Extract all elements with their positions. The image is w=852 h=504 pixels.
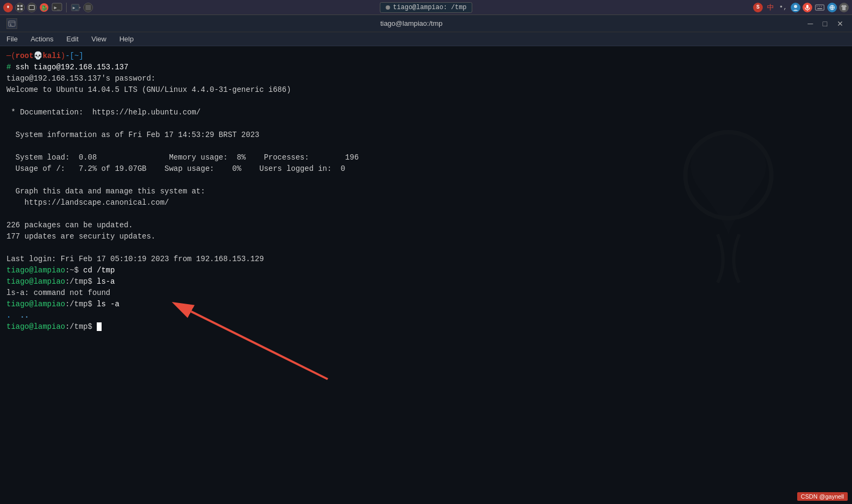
terminal-line-5: * Documentation: https://help.ubuntu.com… [6, 107, 846, 118]
clothes-icon[interactable] [839, 3, 849, 12]
terminal-line-10: https://landscape.canonical.com/ [6, 197, 846, 208]
taskbar-right: S 中 •, [753, 2, 849, 13]
kali-dragon-icon[interactable] [3, 3, 13, 12]
terminal-line-11: 226 packages can be updated. [6, 220, 846, 231]
user-icon[interactable] [791, 3, 800, 12]
taskbar-icon-record[interactable] [83, 3, 93, 12]
svg-rect-2 [17, 8, 19, 10]
csdn-branding: CSDN @gaynell [797, 492, 848, 501]
terminal-line-16: ls-a: command not found [6, 287, 846, 299]
terminal-line-3: tiago@192.168.153.137's password: [6, 73, 846, 84]
taskbar-icon-2[interactable] [15, 3, 25, 12]
sogou-icon[interactable]: S [753, 3, 763, 12]
menu-edit[interactable]: Edit [65, 34, 81, 44]
terminal-line-18: . .. [6, 310, 846, 321]
close-button[interactable]: ✕ [835, 19, 846, 28]
terminal-line-2: # ssh tiago@192.168.153.137 [6, 62, 846, 73]
svg-rect-0 [17, 5, 19, 7]
terminal-line-17: tiago@lampiao:/tmp$ ls -a [6, 299, 846, 310]
menu-help[interactable]: Help [117, 34, 136, 44]
terminal-line-15: tiago@lampiao:/tmp$ ls-a [6, 276, 846, 287]
taskbar-icon-5[interactable]: ▶_ [52, 2, 62, 13]
window-controls: ─ □ ✕ [806, 19, 846, 28]
taskbar-icon-4[interactable]: 🐉 [39, 2, 49, 13]
cursor-block [97, 322, 102, 331]
svg-rect-4 [29, 5, 34, 10]
minimize-button[interactable]: ─ [806, 19, 815, 28]
terminal-line-1: ─(root💀kali)-[~] [6, 51, 846, 62]
restore-button[interactable]: □ [821, 19, 829, 28]
taskbar-icon-3[interactable] [27, 3, 37, 12]
punctuation-icon[interactable]: •, [778, 2, 789, 13]
title-bar-icon[interactable]: $_ [6, 18, 17, 29]
terminal-body[interactable]: ─(root💀kali)-[~] # ssh tiago@192.168.153… [0, 46, 852, 504]
title-bar: $_ tiago@lampiao:/tmp ─ □ ✕ [0, 15, 852, 32]
terminal-line-19[interactable]: tiago@lampiao:/tmp$ [6, 321, 846, 333]
terminal-blank-4 [6, 175, 846, 186]
menu-file[interactable]: File [4, 34, 20, 44]
terminal-line-8: Usage of /: 7.2% of 19.07GB Swap usage: … [6, 163, 846, 175]
terminal-tab[interactable]: tiago@lampiao: /tmp [380, 2, 472, 13]
terminal-line-12: 177 updates are security updates. [6, 231, 846, 242]
terminal-line-7: System load: 0.08 Memory usage: 8% Proce… [6, 152, 846, 163]
svg-text:▶_: ▶_ [54, 5, 60, 10]
terminal-blank-1 [6, 96, 846, 107]
menu-view[interactable]: View [89, 34, 109, 44]
taskbar-center: tiago@lampiao: /tmp [380, 2, 472, 13]
terminal-line-6: System information as of Fri Feb 17 14:5… [6, 129, 846, 141]
terminal-blank-6 [6, 242, 846, 254]
svg-rect-1 [20, 5, 23, 7]
mic-icon[interactable] [803, 3, 812, 12]
terminal-blank-2 [6, 118, 846, 129]
menu-bar: File Actions Edit View Help [0, 32, 852, 46]
svg-rect-11 [85, 5, 91, 10]
svg-rect-3 [20, 8, 23, 10]
network-icon[interactable] [827, 3, 837, 12]
terminal-line-13: Last login: Fri Feb 17 05:10:19 2023 fro… [6, 254, 846, 265]
tab-dot [385, 5, 390, 10]
menu-actions[interactable]: Actions [28, 34, 56, 44]
system-taskbar: 🐉 ▶_ ▶_ tiago@lampiao: /tmp S [0, 0, 852, 15]
svg-text:🐉: 🐉 [41, 4, 48, 11]
svg-point-12 [794, 5, 797, 8]
chinese-char-icon[interactable]: 中 [765, 2, 776, 13]
terminal-line-9: Graph this data and manage this system a… [6, 186, 846, 197]
svg-text:▶_: ▶_ [73, 5, 78, 10]
terminal-blank-5 [6, 208, 846, 220]
taskbar-separator [66, 3, 67, 12]
svg-rect-13 [806, 5, 808, 9]
terminal-line-4: Welcome to Ubuntu 14.04.5 LTS (GNU/Linux… [6, 84, 846, 96]
terminal-window: $_ tiago@lampiao:/tmp ─ □ ✕ File Actions… [0, 15, 852, 504]
taskbar-left-icons: 🐉 ▶_ ▶_ [3, 2, 93, 13]
svg-text:$_: $_ [10, 23, 14, 27]
title-bar-title: tiago@lampiao:/tmp [380, 19, 442, 27]
svg-rect-15 [815, 5, 824, 10]
taskbar-dropdown[interactable]: ▶_ [70, 2, 81, 13]
keyboard-icon[interactable] [814, 2, 825, 13]
terminal-blank-3 [6, 141, 846, 152]
tab-label: tiago@lampiao: /tmp [393, 4, 467, 11]
terminal-line-14: tiago@lampiao:~$ cd /tmp [6, 265, 846, 276]
